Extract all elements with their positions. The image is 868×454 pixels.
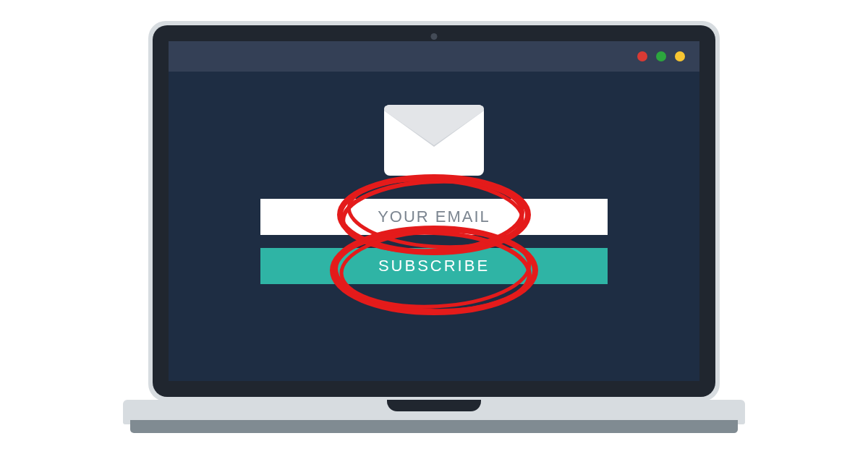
screen-bezel: SUBSCRIBE (148, 21, 720, 401)
laptop-base (123, 400, 745, 440)
email-field[interactable] (260, 199, 608, 235)
window-titlebar (169, 41, 699, 72)
subscribe-button[interactable]: SUBSCRIBE (260, 248, 608, 284)
content-area: SUBSCRIBE (169, 72, 699, 284)
window-maximize-icon[interactable] (675, 51, 685, 61)
envelope-icon (384, 105, 484, 179)
window-close-icon[interactable] (637, 51, 647, 61)
laptop-frame: SUBSCRIBE (123, 21, 745, 440)
screen-inner-frame: SUBSCRIBE (153, 25, 715, 397)
window-minimize-icon[interactable] (656, 51, 666, 61)
subscribe-form: SUBSCRIBE (260, 199, 608, 284)
screen: SUBSCRIBE (169, 41, 699, 381)
camera-dot (431, 33, 438, 40)
